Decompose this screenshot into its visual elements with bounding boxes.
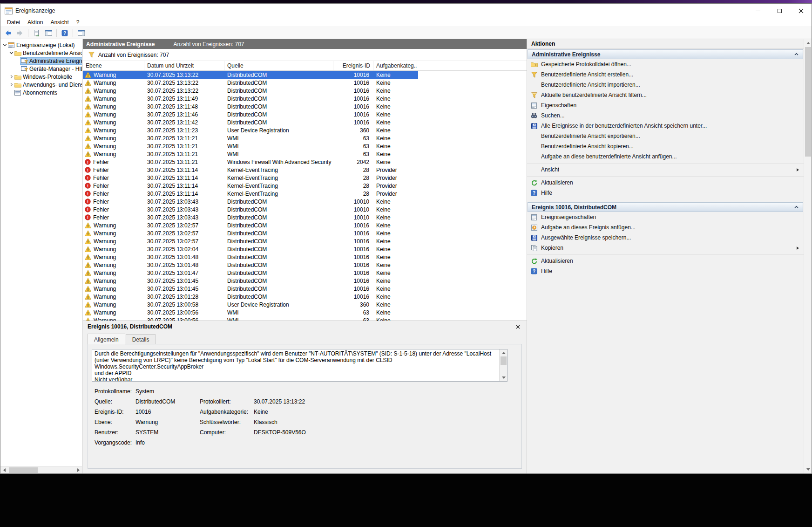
- action-item[interactable]: Eigenschaften: [527, 100, 804, 110]
- preview-close-button[interactable]: [514, 322, 522, 331]
- tree-item[interactable]: Geräte-Manager - HID-k...: [0, 65, 82, 73]
- description-scrollbar[interactable]: [499, 349, 507, 381]
- event-row[interactable]: !Warnung30.07.2025 13:11:21WMI63Keine: [83, 134, 418, 142]
- action-item[interactable]: Aufgabe an diese benutzerdefinierte Ansi…: [527, 151, 804, 162]
- maximize-button[interactable]: [769, 4, 790, 18]
- event-row[interactable]: !Warnung30.07.2025 13:01:48DistributedCO…: [83, 253, 418, 261]
- event-row[interactable]: !Warnung30.07.2025 13:11:49DistributedCO…: [83, 95, 418, 103]
- event-row[interactable]: !Warnung30.07.2025 13:02:57DistributedCO…: [83, 237, 418, 245]
- column-header-4[interactable]: Aufgabenkateg...: [373, 61, 417, 70]
- event-row[interactable]: !Warnung30.07.2025 13:11:21WMI63Keine: [83, 142, 418, 150]
- tree-item[interactable]: Abonnements: [0, 89, 82, 96]
- menu-item-3[interactable]: ?: [73, 18, 83, 27]
- event-row[interactable]: !Warnung30.07.2025 13:11:42DistributedCO…: [83, 118, 418, 126]
- scroll-down-button[interactable]: [500, 374, 508, 381]
- description-scrollbar-thumb[interactable]: [501, 356, 507, 365]
- action-item[interactable]: ?Hilfe: [527, 266, 804, 276]
- tab-details[interactable]: Details: [126, 334, 156, 344]
- action-item[interactable]: Aktualisieren: [527, 254, 804, 266]
- action-item[interactable]: ?Hilfe: [527, 188, 804, 198]
- tree-item[interactable]: Windows-Protokolle: [0, 73, 82, 81]
- scroll-up-button[interactable]: [804, 39, 812, 47]
- tree-item[interactable]: Administrative Ereignisse: [0, 57, 82, 65]
- scroll-right-button[interactable]: [74, 466, 82, 474]
- column-header-0[interactable]: Ebene: [83, 61, 144, 70]
- actions-scrollbar[interactable]: [804, 39, 812, 473]
- expand-arrow-icon[interactable]: [8, 75, 14, 79]
- column-header-3[interactable]: Ereignis-ID: [333, 61, 373, 70]
- event-row[interactable]: !Fehler30.07.2025 13:03:43DistributedCOM…: [83, 205, 418, 213]
- tab-allgemein[interactable]: Allgemein: [88, 334, 125, 344]
- toolbar-help-button[interactable]: ?: [59, 28, 70, 38]
- toolbar-action-pane-button[interactable]: [75, 28, 87, 38]
- event-row[interactable]: !Warnung30.07.2025 13:01:45DistributedCO…: [83, 277, 418, 285]
- action-item[interactable]: Suchen...: [527, 110, 804, 121]
- menu-item-2[interactable]: Ansicht: [47, 18, 72, 27]
- event-row[interactable]: !Warnung30.07.2025 13:11:23User Device R…: [83, 126, 418, 134]
- tree-horizontal-scrollbar[interactable]: [0, 466, 82, 473]
- event-row[interactable]: !Warnung30.07.2025 13:00:58User Device R…: [83, 301, 418, 308]
- action-item[interactable]: Ereigniseigenschaften: [527, 212, 804, 222]
- event-row[interactable]: !Warnung30.07.2025 13:00:56WMI63Keine: [83, 316, 418, 321]
- event-row[interactable]: !Warnung30.07.2025 13:02:04DistributedCO…: [83, 245, 418, 253]
- event-row[interactable]: !Fehler30.07.2025 13:11:14Kernel-EventTr…: [83, 174, 418, 182]
- toolbar-export-button[interactable]: [31, 28, 42, 38]
- action-item[interactable]: Benutzerdefinierte Ansicht kopieren...: [527, 141, 804, 151]
- level-cell: !Warnung: [83, 286, 144, 292]
- event-row[interactable]: !Warnung30.07.2025 13:13:22DistributedCO…: [83, 79, 418, 87]
- action-item[interactable]: Benutzerdefinierte Ansicht importieren..…: [527, 80, 804, 90]
- event-row[interactable]: !Fehler30.07.2025 13:11:14Kernel-EventTr…: [83, 166, 418, 174]
- toolbar-console-window-button[interactable]: [43, 28, 54, 38]
- column-header-1[interactable]: Datum und Uhrzeit: [144, 61, 224, 70]
- toolbar-back-button[interactable]: [2, 28, 14, 38]
- event-row[interactable]: !Warnung30.07.2025 13:11:21WMI63Keine: [83, 150, 418, 158]
- event-row[interactable]: !Warnung30.07.2025 13:13:22DistributedCO…: [83, 71, 418, 79]
- collapse-section-icon[interactable]: [794, 205, 799, 209]
- event-row[interactable]: !Warnung30.07.2025 13:01:28DistributedCO…: [83, 293, 418, 301]
- tree-item[interactable]: Anwendungs- und Dienstpr...: [0, 81, 82, 89]
- event-row[interactable]: !Warnung30.07.2025 13:01:47DistributedCO…: [83, 269, 418, 277]
- action-item[interactable]: Ansicht: [527, 163, 804, 175]
- event-row[interactable]: !Warnung30.07.2025 13:01:45DistributedCO…: [83, 285, 418, 293]
- action-item[interactable]: Gespeicherte Protokolldatei öffnen...: [527, 59, 804, 69]
- collapse-arrow-icon[interactable]: [8, 51, 14, 55]
- menu-item-0[interactable]: Datei: [3, 18, 24, 27]
- action-section-header[interactable]: Ereignis 10016, DistributedCOM: [528, 202, 803, 212]
- event-row[interactable]: !Fehler30.07.2025 13:03:43DistributedCOM…: [83, 198, 418, 205]
- toolbar-forward-button[interactable]: [14, 28, 26, 38]
- event-row[interactable]: !Warnung30.07.2025 13:01:48DistributedCO…: [83, 261, 418, 269]
- event-row[interactable]: !Warnung30.07.2025 13:13:22DistributedCO…: [83, 87, 418, 95]
- column-header-2[interactable]: Quelle: [224, 61, 333, 70]
- scroll-down-button[interactable]: [804, 465, 812, 473]
- tree-item[interactable]: Ereignisanzeige (Lokal): [0, 41, 82, 49]
- action-item[interactable]: Benutzerdefinierte Ansicht exportieren..…: [527, 131, 804, 141]
- event-row[interactable]: !Warnung30.07.2025 13:11:46DistributedCO…: [83, 110, 418, 118]
- collapse-section-icon[interactable]: [794, 52, 799, 56]
- scroll-left-button[interactable]: [0, 466, 8, 474]
- action-item[interactable]: Aktuelle benutzerdefinierte Ansicht filt…: [527, 90, 804, 100]
- event-row[interactable]: !Fehler30.07.2025 13:03:43DistributedCOM…: [83, 213, 418, 221]
- scroll-up-button[interactable]: [500, 349, 508, 356]
- action-item[interactable]: Aktualisieren: [527, 176, 804, 188]
- tree-scrollbar-thumb[interactable]: [9, 467, 38, 473]
- action-item[interactable]: Aufgabe an dieses Ereignis anfügen...: [527, 222, 804, 233]
- event-row[interactable]: !Warnung30.07.2025 13:00:56WMI63Keine: [83, 308, 418, 316]
- tree-item[interactable]: Benutzerdefinierte Ansichten: [0, 49, 82, 57]
- event-row[interactable]: !Fehler30.07.2025 13:11:14Kernel-EventTr…: [83, 190, 418, 198]
- collapse-arrow-icon[interactable]: [2, 43, 7, 47]
- action-item[interactable]: Kopieren: [527, 243, 804, 253]
- action-item[interactable]: Ausgewählte Ereignisse speichern...: [527, 233, 804, 243]
- expand-arrow-icon[interactable]: [8, 82, 14, 87]
- event-row[interactable]: !Fehler30.07.2025 13:11:21Windows Firewa…: [83, 158, 418, 166]
- event-row[interactable]: !Warnung30.07.2025 13:11:48DistributedCO…: [83, 103, 418, 110]
- action-section-header[interactable]: Administrative Ereignisse: [528, 49, 803, 59]
- actions-scrollbar-thumb[interactable]: [805, 47, 811, 157]
- minimize-button[interactable]: [747, 4, 769, 18]
- action-item[interactable]: Alle Ereignisse in der benutzerdefiniert…: [527, 121, 804, 131]
- menu-item-1[interactable]: Aktion: [24, 18, 47, 27]
- close-button[interactable]: [790, 4, 812, 18]
- event-row[interactable]: !Warnung30.07.2025 13:02:57DistributedCO…: [83, 221, 418, 229]
- event-row[interactable]: !Warnung30.07.2025 13:02:57DistributedCO…: [83, 229, 418, 237]
- action-item[interactable]: Benutzerdefinierte Ansicht erstellen...: [527, 69, 804, 80]
- event-row[interactable]: !Fehler30.07.2025 13:11:14Kernel-EventTr…: [83, 182, 418, 190]
